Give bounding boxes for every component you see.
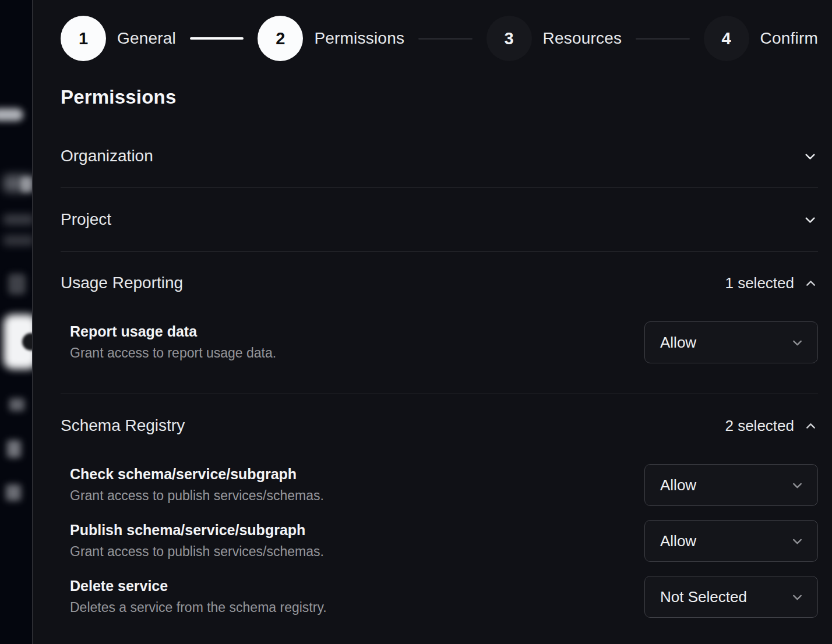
step-permissions[interactable]: 2 Permissions xyxy=(258,16,404,61)
blurred-page-backdrop xyxy=(0,0,32,644)
section-title: Project xyxy=(61,210,111,229)
permission-description: Grant access to publish services/schemas… xyxy=(70,544,324,560)
step-connector xyxy=(636,38,689,40)
section-usage-reporting: Usage Reporting 1 selected Report usage … xyxy=(61,252,818,394)
section-header-organization[interactable]: Organization xyxy=(61,125,818,187)
select-value: Not Selected xyxy=(660,588,747,606)
permission-select-publish-schema[interactable]: Allow xyxy=(644,520,818,562)
select-value: Allow xyxy=(660,334,696,352)
select-value: Allow xyxy=(660,532,696,550)
step-label: Permissions xyxy=(314,29,404,48)
step-number-circle: 3 xyxy=(486,16,532,61)
step-number-circle: 2 xyxy=(258,16,303,61)
permission-description: Grant access to report usage data. xyxy=(70,345,276,362)
permission-row-delete-service: Delete service Deletes a service from th… xyxy=(61,576,818,618)
step-general[interactable]: 1 General xyxy=(61,16,176,61)
step-number-circle: 4 xyxy=(704,16,749,61)
step-resources[interactable]: 3 Resources xyxy=(486,16,622,61)
section-project: Project xyxy=(61,188,818,252)
section-title: Usage Reporting xyxy=(61,274,183,292)
permission-select-check-schema[interactable]: Allow xyxy=(644,464,818,506)
permission-description: Grant access to publish services/schemas… xyxy=(70,488,324,504)
permission-title: Delete service xyxy=(70,578,327,595)
blurred-text xyxy=(6,484,21,501)
select-value: Allow xyxy=(660,476,696,494)
page-title: Permissions xyxy=(61,86,818,108)
blurred-logo xyxy=(0,108,23,121)
chevron-down-icon xyxy=(790,478,805,493)
section-header-project[interactable]: Project xyxy=(61,188,818,251)
permission-description: Deletes a service from the schema regist… xyxy=(70,600,327,616)
chevron-down-icon xyxy=(802,148,818,164)
chevron-up-icon xyxy=(803,419,818,433)
chevron-down-icon xyxy=(790,335,805,350)
blurred-text xyxy=(7,440,21,458)
chevron-up-icon xyxy=(803,276,818,291)
section-header-usage-reporting[interactable]: Usage Reporting 1 selected xyxy=(61,252,818,314)
permission-row-report-usage-data: Report usage data Grant access to report… xyxy=(61,321,818,363)
chevron-down-icon xyxy=(802,212,818,228)
section-schema-registry: Schema Registry 2 selected Check schema/… xyxy=(61,394,818,618)
step-label: Resources xyxy=(543,29,622,48)
permission-title: Check schema/service/subgraph xyxy=(70,466,324,483)
section-header-schema-registry[interactable]: Schema Registry 2 selected xyxy=(61,394,818,457)
blurred-icon xyxy=(8,274,26,295)
selected-count: 2 selected xyxy=(725,417,794,435)
create-wizard-panel: 1 General 2 Permissions 3 Resources 4 Co… xyxy=(32,0,832,644)
blurred-text-line xyxy=(3,235,32,246)
step-confirm[interactable]: 4 Confirm xyxy=(704,16,818,61)
selected-count: 1 selected xyxy=(725,274,794,292)
permission-row-check-schema: Check schema/service/subgraph Grant acce… xyxy=(61,464,818,506)
chevron-down-icon xyxy=(790,590,805,604)
step-connector xyxy=(418,38,472,40)
step-connector xyxy=(190,37,244,40)
section-organization: Organization xyxy=(61,125,818,188)
permission-select-report-usage-data[interactable]: Allow xyxy=(644,321,818,363)
chevron-down-icon xyxy=(790,534,805,549)
permission-title: Publish schema/service/subgraph xyxy=(70,522,324,539)
blurred-text-line xyxy=(3,214,32,225)
permission-title: Report usage data xyxy=(70,323,276,340)
step-number-circle: 1 xyxy=(61,16,106,61)
step-label: Confirm xyxy=(760,29,818,48)
permission-select-delete-service[interactable]: Not Selected xyxy=(644,576,818,618)
wizard-stepper: 1 General 2 Permissions 3 Resources 4 Co… xyxy=(61,16,818,61)
blurred-text xyxy=(9,398,24,411)
section-title: Schema Registry xyxy=(61,416,185,435)
permission-row-publish-schema: Publish schema/service/subgraph Grant ac… xyxy=(61,520,818,562)
blurred-heading xyxy=(21,177,32,192)
step-label: General xyxy=(117,29,176,48)
section-title: Organization xyxy=(61,147,153,165)
